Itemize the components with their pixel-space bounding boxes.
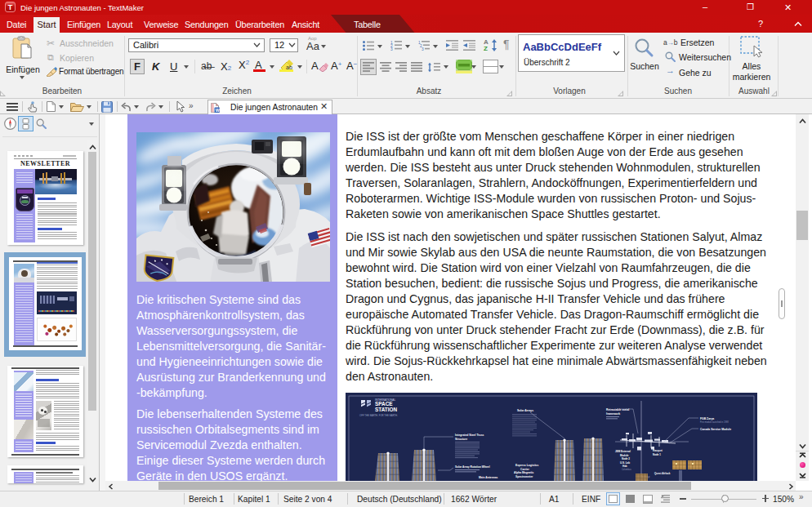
svg-text:Columbus: Columbus bbox=[622, 468, 631, 471]
svg-text:OFF THE EARTH. FOR THE EARTH.: OFF THE EARTH. FOR THE EARTH. bbox=[359, 414, 398, 417]
svg-text:Retractable metal: Retractable metal bbox=[606, 408, 629, 411]
svg-text:Node 2: Node 2 bbox=[622, 457, 630, 460]
svg-text:Main Antennas: Main Antennas bbox=[479, 476, 497, 479]
svg-text:JEM External: JEM External bbox=[615, 450, 631, 453]
svg-text:U.S. Lab: U.S. Lab bbox=[620, 461, 630, 465]
svg-text:Solar Arrays: Solar Arrays bbox=[517, 409, 533, 412]
svg-text:Canada Service Module: Canada Service Module bbox=[700, 428, 731, 431]
svg-text:Module: Module bbox=[620, 454, 629, 457]
svg-text:Structure: Structure bbox=[455, 438, 467, 441]
svg-text:framework: framework bbox=[606, 412, 620, 416]
svg-text:3: 3 bbox=[390, 47, 393, 51]
svg-text:W: W bbox=[216, 108, 220, 113]
svg-text:Solar Array Rotation Wheel: Solar Array Rotation Wheel bbox=[455, 465, 490, 469]
svg-text:Racquet: Racquet bbox=[653, 449, 663, 452]
svg-text:Carrier: Carrier bbox=[520, 468, 530, 471]
svg-text:Node 1: Node 1 bbox=[653, 453, 661, 456]
svg-text:SPACE: SPACE bbox=[375, 401, 393, 407]
svg-text:FGB Zarya: FGB Zarya bbox=[700, 417, 714, 420]
svg-text:Hab: Hab bbox=[622, 465, 627, 468]
svg-text:Integrated Steel Truss: Integrated Steel Truss bbox=[455, 434, 484, 437]
svg-text:Express Logistics: Express Logistics bbox=[515, 464, 538, 467]
svg-text:First module launched in 1998: First module launched in 1998 bbox=[700, 420, 729, 424]
svg-text:3: 3 bbox=[422, 47, 424, 51]
svg-text:Alpha Magnetic: Alpha Magnetic bbox=[514, 471, 534, 474]
svg-text:Spectrometer: Spectrometer bbox=[515, 475, 533, 478]
svg-text:Quest Airlock: Quest Airlock bbox=[654, 472, 671, 475]
svg-text:STATION: STATION bbox=[375, 407, 397, 412]
